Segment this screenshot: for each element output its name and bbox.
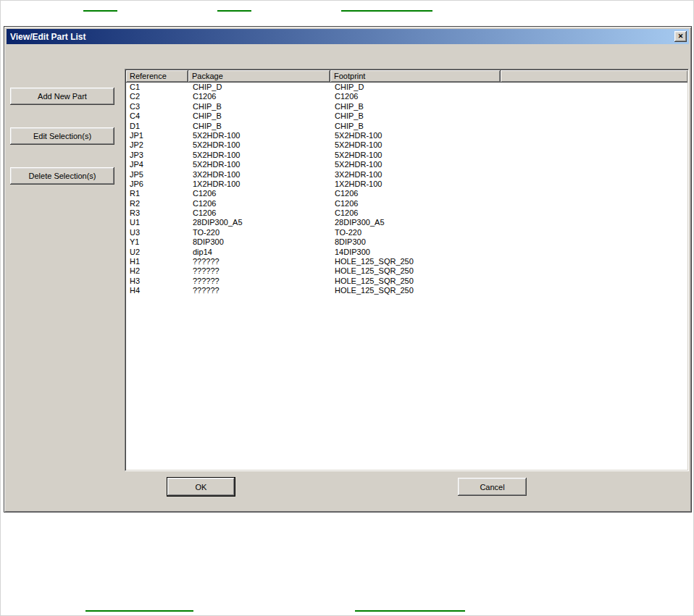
link-underline[interactable] [83, 10, 117, 12]
part-list-row[interactable]: H4??????HOLE_125_SQR_250 [126, 286, 687, 295]
cell-package: 5X2HDR-100 [188, 140, 330, 150]
cell-reference: C1 [126, 83, 188, 92]
cell-footprint: 5X2HDR-100 [330, 131, 501, 140]
cell-footprint: 5X2HDR-100 [330, 151, 501, 160]
part-list-row[interactable]: H2??????HOLE_125_SQR_250 [126, 266, 687, 276]
column-header-footprint[interactable]: Footprint [330, 70, 501, 83]
cell-reference: Y1 [126, 237, 188, 247]
column-header-blank[interactable] [501, 70, 687, 83]
cell-reference: C3 [126, 102, 188, 111]
view-edit-part-list-dialog: View/Edit Part List ✕ Add New Part Edit … [4, 26, 692, 512]
page-background: View/Edit Part List ✕ Add New Part Edit … [0, 0, 694, 616]
cell-footprint: HOLE_125_SQR_250 [330, 266, 501, 276]
cell-package: CHIP_B [188, 111, 330, 121]
cell-footprint: 1X2HDR-100 [330, 180, 501, 189]
part-list-row[interactable]: R2C1206C1206 [126, 199, 687, 208]
link-underline[interactable] [85, 610, 193, 612]
cell-footprint: CHIP_B [330, 122, 501, 131]
part-list-row[interactable]: C2C1206C1206 [126, 92, 687, 101]
part-list-row[interactable]: R3C1206C1206 [126, 208, 687, 218]
cell-footprint: HOLE_125_SQR_250 [330, 257, 501, 266]
cell-package: ?????? [188, 277, 330, 286]
part-list: Reference Package Footprint C1CHIP_DCHIP… [125, 69, 689, 471]
cell-footprint: 3X2HDR-100 [330, 170, 501, 180]
cell-package: CHIP_B [188, 122, 330, 131]
cell-package: 5X2HDR-100 [188, 131, 330, 140]
cell-reference: H3 [126, 277, 188, 286]
part-list-row[interactable]: Y18DIP3008DIP300 [126, 237, 687, 247]
part-list-row[interactable]: U2dip1414DIP300 [126, 248, 687, 257]
cell-reference: U2 [126, 248, 188, 257]
cell-footprint: HOLE_125_SQR_250 [330, 277, 501, 286]
cell-package: ?????? [188, 257, 330, 266]
part-list-row[interactable]: C3CHIP_BCHIP_B [126, 102, 687, 111]
cell-reference: JP4 [126, 160, 188, 169]
cell-footprint: CHIP_B [330, 102, 501, 111]
part-list-row[interactable]: U128DIP300_A528DIP300_A5 [126, 218, 687, 227]
cell-reference: JP6 [126, 180, 188, 189]
part-list-row[interactable]: JP15X2HDR-1005X2HDR-100 [126, 131, 687, 140]
cell-package: ?????? [188, 286, 330, 295]
cell-package: CHIP_B [188, 102, 330, 111]
cell-footprint: 5X2HDR-100 [330, 140, 501, 150]
cell-package: ?????? [188, 266, 330, 276]
cell-reference: C4 [126, 111, 188, 121]
cell-reference: U3 [126, 228, 188, 237]
cell-reference: R1 [126, 189, 188, 198]
part-list-row[interactable]: JP45X2HDR-1005X2HDR-100 [126, 160, 687, 169]
add-new-part-button[interactable]: Add New Part [10, 88, 114, 105]
cell-reference: C2 [126, 92, 188, 101]
cell-footprint: CHIP_D [330, 83, 501, 92]
cell-package: C1206 [188, 92, 330, 101]
cell-reference: U1 [126, 218, 188, 227]
cell-package: C1206 [188, 199, 330, 208]
delete-selections-button[interactable]: Delete Selection(s) [10, 167, 114, 185]
link-underline[interactable] [217, 10, 251, 12]
cell-package: CHIP_D [188, 83, 330, 92]
cell-reference: R3 [126, 208, 188, 218]
cell-footprint: C1206 [330, 92, 501, 101]
part-list-row[interactable]: H3??????HOLE_125_SQR_250 [126, 277, 687, 286]
cell-footprint: C1206 [330, 189, 501, 198]
part-list-row[interactable]: U3TO-220TO-220 [126, 228, 687, 237]
part-list-row[interactable]: H1??????HOLE_125_SQR_250 [126, 257, 687, 266]
cell-package: 28DIP300_A5 [188, 218, 330, 227]
part-list-row[interactable]: JP25X2HDR-1005X2HDR-100 [126, 140, 687, 150]
part-list-row[interactable]: JP35X2HDR-1005X2HDR-100 [126, 151, 687, 160]
link-underline[interactable] [355, 610, 465, 612]
part-list-row[interactable]: JP53X2HDR-1003X2HDR-100 [126, 170, 687, 180]
link-underline[interactable] [341, 10, 432, 12]
cell-reference: JP3 [126, 151, 188, 160]
cell-package: dip14 [188, 248, 330, 257]
part-list-header: Reference Package Footprint [126, 70, 687, 83]
cell-footprint: HOLE_125_SQR_250 [330, 286, 501, 295]
cell-package: 1X2HDR-100 [188, 180, 330, 189]
cell-package: 5X2HDR-100 [188, 151, 330, 160]
cell-reference: JP1 [126, 131, 188, 140]
part-list-body: C1CHIP_DCHIP_DC2C1206C1206C3CHIP_BCHIP_B… [126, 83, 687, 470]
cell-reference: D1 [126, 122, 188, 131]
part-list-row[interactable]: C4CHIP_BCHIP_B [126, 111, 687, 121]
dialog-titlebar[interactable]: View/Edit Part List ✕ [7, 29, 689, 44]
cancel-button[interactable]: Cancel [458, 478, 527, 496]
cell-footprint: 5X2HDR-100 [330, 160, 501, 169]
column-header-package[interactable]: Package [188, 70, 330, 83]
part-list-row[interactable]: D1CHIP_BCHIP_B [126, 122, 687, 131]
cell-footprint: 8DIP300 [330, 237, 501, 247]
part-list-row[interactable]: JP61X2HDR-1001X2HDR-100 [126, 180, 687, 189]
cell-package: 8DIP300 [188, 237, 330, 247]
edit-selections-button[interactable]: Edit Selection(s) [10, 127, 114, 145]
part-list-row[interactable]: R1C1206C1206 [126, 189, 687, 198]
cell-reference: H1 [126, 257, 188, 266]
ok-button[interactable]: OK [167, 478, 235, 496]
cell-package: TO-220 [188, 228, 330, 237]
cell-package: 5X2HDR-100 [188, 160, 330, 169]
column-header-reference[interactable]: Reference [126, 70, 188, 83]
close-button[interactable]: ✕ [674, 31, 687, 42]
part-list-row[interactable]: C1CHIP_DCHIP_D [126, 83, 687, 92]
cell-footprint: 28DIP300_A5 [330, 218, 501, 227]
cell-footprint: CHIP_B [330, 111, 501, 121]
cell-footprint: TO-220 [330, 228, 501, 237]
cell-footprint: C1206 [330, 199, 501, 208]
cell-package: C1206 [188, 189, 330, 198]
